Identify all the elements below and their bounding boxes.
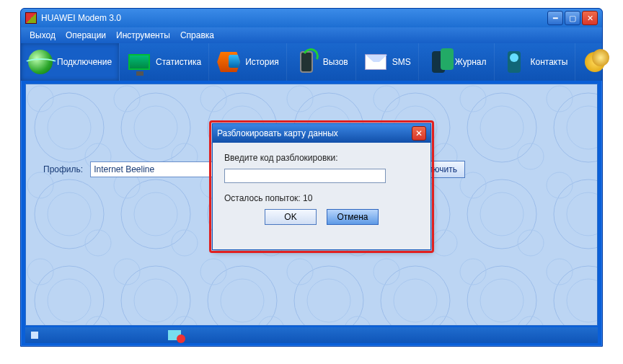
- unlock-code-input[interactable]: [224, 169, 386, 183]
- menu-tools[interactable]: Инструменты: [112, 29, 174, 42]
- menu-operations[interactable]: Операции: [61, 29, 110, 42]
- minimize-button[interactable]: ━: [547, 11, 563, 25]
- coins-icon: [585, 52, 605, 72]
- profile-value: Internet Beeline: [94, 164, 154, 174]
- dialog-titlebar[interactable]: Разблокировать карту данных ✕: [213, 124, 430, 143]
- journal-icon: [432, 51, 445, 73]
- tab-label: Контакты: [531, 57, 568, 67]
- tab-connection[interactable]: Подключение: [21, 43, 120, 81]
- maximize-button[interactable]: ▢: [565, 11, 580, 25]
- content-area: Профиль: Internet Beeline ▾ Подключить Р…: [25, 84, 598, 326]
- cancel-button[interactable]: Отмена: [327, 209, 379, 225]
- toolbar: Подключение Статистика История Вызов SMS…: [21, 43, 602, 81]
- tab-statistics[interactable]: Статистика: [120, 43, 209, 81]
- dialog-close-button[interactable]: ✕: [412, 126, 426, 141]
- dialog-attempts: Осталось попыток: 10: [224, 193, 419, 203]
- statusbar: [25, 327, 598, 343]
- menu-exit[interactable]: Выход: [25, 29, 60, 42]
- profile-label: Профиль:: [43, 164, 83, 174]
- tab-call[interactable]: Вызов: [287, 43, 356, 81]
- monitor-icon: [128, 54, 150, 70]
- close-button[interactable]: ✕: [582, 11, 598, 25]
- tab-journal[interactable]: Журнал: [419, 43, 495, 81]
- envelope-icon: [365, 54, 386, 70]
- signal-icon: [31, 332, 38, 339]
- tab-label: История: [245, 57, 279, 67]
- network-error-icon: [168, 330, 181, 340]
- ok-button[interactable]: OK: [265, 209, 317, 225]
- dialog-prompt: Введите код разблокировки:: [224, 153, 419, 163]
- main-window: HUAWEI Modem 3.0 ━ ▢ ✕ Выход Операции Ин…: [20, 8, 603, 347]
- globe-icon: [28, 50, 53, 74]
- window-title: HUAWEI Modem 3.0: [41, 13, 546, 23]
- titlebar[interactable]: HUAWEI Modem 3.0 ━ ▢ ✕: [21, 9, 602, 27]
- menu-help[interactable]: Справка: [176, 29, 218, 42]
- phone-icon: [300, 51, 313, 73]
- tab-balance[interactable]: Баланс: [575, 43, 623, 81]
- tab-contacts[interactable]: Контакты: [495, 43, 576, 81]
- tab-label: Вызов: [323, 57, 348, 67]
- tab-label: Журнал: [455, 57, 487, 67]
- tab-label: SMS: [392, 57, 411, 67]
- boxes-icon: [217, 52, 240, 72]
- menubar: Выход Операции Инструменты Справка: [21, 27, 602, 43]
- contact-icon: [508, 51, 521, 73]
- dialog-title: Разблокировать карту данных: [217, 128, 412, 138]
- tab-sms[interactable]: SMS: [356, 43, 419, 81]
- tab-label: Баланс: [611, 57, 623, 67]
- tab-history[interactable]: История: [209, 43, 287, 81]
- tab-label: Статистика: [156, 57, 201, 67]
- unlock-dialog: Разблокировать карту данных ✕ Введите ко…: [212, 123, 431, 250]
- app-icon: [25, 12, 37, 24]
- tab-label: Подключение: [57, 57, 112, 67]
